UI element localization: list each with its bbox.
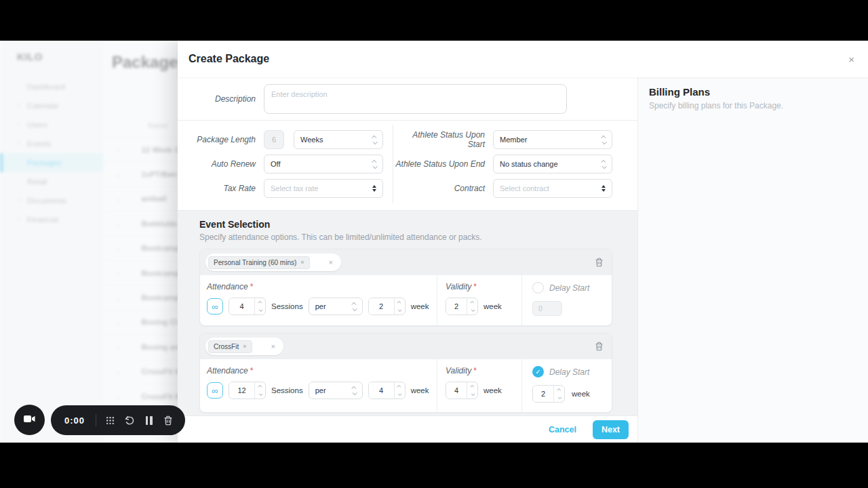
validity-input[interactable]	[446, 298, 478, 315]
auto-renew-value: Off	[271, 160, 280, 168]
status-end-value: No status change	[500, 160, 558, 168]
status-start-label: Athlete Status Upon Start	[393, 130, 485, 149]
stepper-arrows[interactable]	[553, 386, 564, 402]
event-tag: CrossFit ×	[208, 340, 252, 353]
interval-input[interactable]	[368, 298, 406, 315]
delay-weeks-value[interactable]	[533, 386, 553, 402]
effects-grid-icon[interactable]	[105, 416, 115, 425]
event-card-header: Personal Training (60 mins) × ×	[200, 249, 612, 275]
description-row: Description	[178, 77, 637, 121]
required-asterisk: *	[473, 366, 477, 375]
event-tag-label: Personal Training (60 mins)	[214, 259, 296, 266]
status-end-label: Athlete Status Upon End	[393, 159, 485, 169]
delay-start-checkbox[interactable]: ✓	[532, 366, 544, 378]
session-count-value[interactable]	[229, 382, 254, 399]
restart-recording-icon[interactable]	[124, 415, 135, 425]
chevron-updown-icon	[353, 302, 356, 311]
chevron-updown-icon	[373, 136, 376, 144]
delay-start-checkbox[interactable]	[532, 282, 544, 293]
unlimited-attendance-button[interactable]: ∞	[207, 298, 223, 314]
interval-input[interactable]	[368, 382, 406, 399]
contract-select[interactable]: Select contract	[493, 179, 612, 198]
contract-label: Contract	[393, 184, 485, 193]
event-card-header: CrossFit × ×	[200, 333, 612, 359]
chevron-updown-icon	[373, 160, 376, 169]
billing-plans-subtitle: Specify billing plans for this Package.	[649, 101, 857, 110]
interval-value[interactable]	[369, 298, 394, 314]
attendance-column: Attendance* ∞ Sessions per	[200, 275, 437, 325]
stepper-arrows[interactable]	[394, 298, 405, 314]
event-multiselect[interactable]: Personal Training (60 mins) × ×	[205, 253, 341, 271]
remove-tag-icon[interactable]: ×	[300, 259, 304, 266]
stepper-arrows[interactable]	[254, 298, 265, 314]
required-asterisk: *	[250, 282, 254, 291]
event-selection-section: Event Selection Specify attendance optio…	[178, 211, 637, 415]
status-end-select[interactable]: No status change	[493, 155, 612, 174]
close-icon[interactable]: ×	[848, 54, 854, 64]
pause-recording-icon[interactable]	[144, 416, 154, 425]
cancel-button[interactable]: Cancel	[549, 425, 576, 434]
delay-start-column: Delay Start	[521, 275, 612, 325]
tax-rate-select[interactable]: Select tax rate	[264, 179, 383, 198]
delay-start-column: ✓ Delay Start week	[521, 359, 612, 412]
next-button[interactable]: Next	[593, 420, 629, 439]
status-start-select[interactable]: Member	[493, 130, 612, 149]
delay-weeks-input[interactable]	[532, 385, 565, 403]
event-tag-label: CrossFit	[214, 343, 239, 350]
stepper-arrows[interactable]	[467, 382, 477, 399]
event-selection-title: Event Selection	[199, 219, 616, 230]
validity-unit-label: week	[484, 386, 502, 394]
delete-recording-icon[interactable]	[163, 415, 174, 426]
clear-select-icon[interactable]: ×	[329, 258, 333, 266]
chevron-updown-icon	[353, 386, 356, 395]
interval-value[interactable]	[369, 382, 394, 399]
validity-value[interactable]	[446, 298, 467, 314]
per-select[interactable]: per	[309, 298, 363, 315]
delete-event-icon[interactable]	[595, 342, 604, 351]
description-input[interactable]	[264, 84, 567, 114]
required-asterisk: *	[473, 282, 477, 291]
app-window: Packages Name ⌄12 Week Ch⌄1xPT/8we⌄antba…	[0, 41, 868, 443]
auto-renew-select[interactable]: Off	[264, 155, 383, 174]
remove-tag-icon[interactable]: ×	[243, 343, 246, 350]
delete-event-icon[interactable]	[595, 258, 604, 267]
sessions-unit-label: Sessions	[271, 302, 303, 310]
tax-rate-placeholder: Select tax rate	[271, 184, 318, 192]
event-multiselect[interactable]: CrossFit × ×	[205, 338, 283, 355]
package-form-pane: Description Package Length Weeks	[178, 77, 637, 443]
modal-footer: Cancel Next	[178, 415, 637, 443]
chevron-updown-icon	[602, 136, 606, 144]
modal-header: Create Package ×	[178, 41, 868, 77]
modal-title: Create Package	[189, 53, 269, 65]
package-length-input	[264, 130, 284, 149]
select-arrows-icon	[372, 185, 376, 192]
stepper-arrows[interactable]	[394, 382, 405, 399]
session-count-value[interactable]	[229, 298, 254, 314]
stepper-arrows[interactable]	[467, 298, 477, 314]
delay-weeks-input	[532, 301, 562, 316]
validity-column: Validity* week	[437, 359, 521, 412]
tax-rate-row: Tax Rate Select tax rate	[178, 179, 393, 198]
per-select[interactable]: per	[309, 382, 363, 399]
infinity-icon: ∞	[212, 302, 218, 312]
package-length-label: Package Length	[178, 135, 256, 144]
validity-input[interactable]	[446, 382, 478, 399]
session-count-input[interactable]	[229, 382, 266, 399]
unlimited-attendance-button[interactable]: ∞	[207, 382, 223, 399]
clear-select-icon[interactable]: ×	[271, 342, 275, 350]
check-icon: ✓	[535, 368, 540, 375]
stepper-arrows[interactable]	[254, 382, 265, 399]
settings-grid: Package Length Weeks Auto Renew Of	[178, 121, 637, 211]
event-selection-subtitle: Specify attendance options. This can be …	[199, 232, 616, 242]
package-length-unit-select[interactable]: Weeks	[294, 130, 383, 149]
contract-row: Contract Select contract	[393, 179, 637, 198]
recorder-toolbar: 0:00	[51, 405, 185, 435]
recorder-camera-button[interactable]	[14, 405, 45, 435]
attendance-label: Attendance*	[207, 366, 437, 375]
session-count-input[interactable]	[229, 298, 266, 315]
validity-value[interactable]	[446, 382, 467, 399]
auto-renew-row: Auto Renew Off	[178, 155, 393, 174]
package-length-unit-value: Weeks	[300, 136, 323, 144]
billing-plans-title: Billing Plans	[649, 86, 857, 98]
attendance-column: Attendance* ∞ Sessions per	[200, 359, 437, 412]
